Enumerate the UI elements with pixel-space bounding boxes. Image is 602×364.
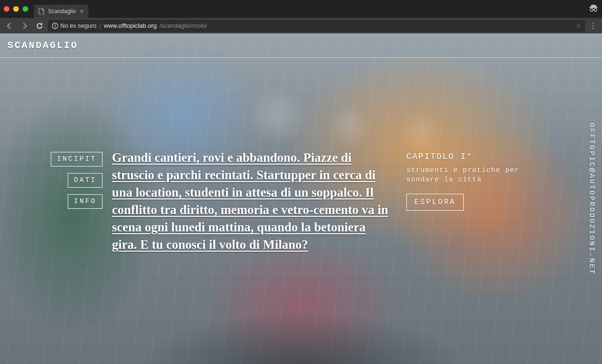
svg-rect-5 [55,27,55,27]
contact-email-vertical[interactable]: OFFTOPIC@AUTOPRODUZIONI.NET [587,122,595,275]
site-header: SCANDAGLIO [0,33,602,58]
nav-dati-link[interactable]: DATI [68,173,103,188]
chapter-label: CAPITOLO I° [406,152,547,161]
nav-incipit-link[interactable]: INCIPIT [51,152,103,166]
window-titlebar: Scandaglio × [0,0,602,18]
esplora-button[interactable]: ESPLORA [406,194,464,211]
chapter-aside: CAPITOLO I° strumenti e pratiche per son… [406,152,547,211]
browser-toolbar: No es seguro | www.offtopiclab.org/scand… [0,18,602,33]
url-host: www.offtopiclab.org [104,22,157,29]
svg-rect-4 [55,24,55,26]
insecure-site-indicator: No es seguro [52,22,96,29]
nav-back-button[interactable] [3,19,16,32]
tab-close-button[interactable]: × [79,8,83,15]
page-viewport: SCANDAGLIO INCIPIT DATI INFO Grandi cant… [0,33,602,364]
document-icon [39,8,44,15]
url-separator: | [99,22,101,29]
nav-forward-button[interactable] [18,19,31,32]
browser-tab[interactable]: Scandaglio × [34,5,88,18]
window-close-button[interactable] [4,6,9,12]
nav-reload-button[interactable] [33,19,46,32]
incognito-icon [589,4,598,14]
side-nav: INCIPIT DATI INFO [51,152,103,209]
window-traffic-lights [4,6,28,12]
hero-paragraph[interactable]: Grandi cantieri, rovi e abbandono. Piazz… [112,149,392,253]
bookmark-star-icon[interactable]: ☆ [576,22,581,29]
hero-copy: Grandi cantieri, rovi e abbandono. Piazz… [112,149,392,253]
site-title[interactable]: SCANDAGLIO [8,40,78,51]
svg-rect-0 [589,7,598,8]
svg-point-2 [594,8,597,11]
window-maximize-button[interactable] [23,6,28,12]
address-bar[interactable]: No es seguro | www.offtopiclab.org/scand… [48,20,585,32]
tab-title: Scandaglio [48,8,76,15]
browser-menu-button[interactable]: ⋮ [587,21,599,30]
insecure-label: No es seguro [60,22,96,29]
svg-point-1 [590,8,593,11]
chapter-subtitle: strumenti e pratiche per sondare la citt… [406,166,547,185]
url-path: /scandaglio/molo/ [159,22,207,29]
nav-info-link[interactable]: INFO [68,194,103,209]
window-minimize-button[interactable] [13,6,19,12]
